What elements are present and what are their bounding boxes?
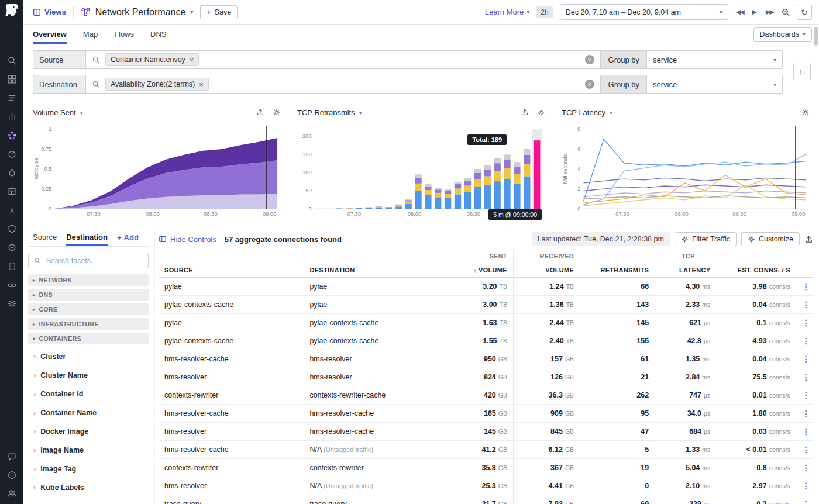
views-button[interactable]: Views [33,8,66,16]
filter-traffic-button[interactable]: Filter Traffic [675,232,737,246]
row-menu-kebab-icon[interactable]: ⋮ [796,495,813,504]
export-icon[interactable] [804,235,813,244]
apm-icon[interactable] [6,149,17,159]
facet-tab-destination[interactable]: Destination [66,229,108,246]
column-header-volume-sent[interactable]: ↓VOLUME [448,263,514,278]
skip-forward-button[interactable]: ▶▶ [765,7,775,17]
table-row[interactable]: pylae-contexts-cachepylae-contexts-cache… [159,332,813,350]
row-menu-kebab-icon[interactable]: ⋮ [796,441,813,459]
customize-button[interactable]: Customize [741,232,800,246]
tab-dns[interactable]: DNS [150,25,166,44]
metrics-icon[interactable] [6,111,17,122]
row-menu-kebab-icon[interactable]: ⋮ [796,405,813,423]
facet-item-cluster[interactable]: ›Cluster [28,347,149,366]
facet-group-network[interactable]: ▸NETWORK [28,274,149,286]
column-header-destination[interactable]: DESTINATION [304,263,448,278]
gear-icon[interactable] [273,108,281,116]
facet-item-container-id[interactable]: ›Container Id [28,385,149,403]
security-icon[interactable] [6,223,17,234]
row-menu-kebab-icon[interactable]: ⋮ [796,459,813,477]
facet-group-infrastructure[interactable]: ▸INFRASTRUCTURE [28,318,149,330]
column-header-volume-received[interactable]: VOLUME [513,263,580,278]
table-row[interactable]: trace-querytrace-query21.7GB7.92GB69229µ… [159,495,813,504]
notebooks-icon[interactable] [6,261,17,271]
facet-item-docker-image[interactable]: ›Docker Image [28,422,149,441]
column-header-retransmits[interactable]: RETRANSMITS [580,263,655,278]
row-menu-kebab-icon[interactable]: ⋮ [796,477,813,495]
facet-group-containers[interactable]: ▾CONTAINERS [28,333,149,344]
chart-title-dropdown[interactable]: TCP Retransmits ▾ [297,108,362,117]
row-menu-kebab-icon[interactable]: ⋮ [796,314,813,332]
time-range-dropdown[interactable]: Dec 20, 7:10 am – Dec 20, 9:04 am ▾ [560,4,728,20]
synthetics-icon[interactable] [6,242,17,253]
logs-icon[interactable] [6,92,17,103]
containers-icon[interactable] [6,186,17,196]
tcp-latency-chart[interactable]: 0246807:3008:0008:3009:00Milliseconds [562,122,810,225]
column-header-latency[interactable]: LATENCY [655,263,716,278]
page-scrollbar[interactable] [814,27,818,46]
facet-item-image-name[interactable]: ›Image Name [28,441,149,460]
table-row[interactable]: hms-resolver-cacheN/A (Untagged traffic)… [159,441,813,459]
row-menu-kebab-icon[interactable]: ⋮ [796,296,813,314]
table-row[interactable]: hms-resolverhms-resolver-cache145GB845GB… [159,423,813,441]
skip-back-button[interactable]: ◀◀ [735,7,745,17]
integrations-icon[interactable] [6,279,17,290]
chart-title-dropdown[interactable]: TCP Latency ▾ [562,108,612,117]
host-map-icon[interactable] [6,74,17,84]
tab-map[interactable]: Map [83,25,98,44]
gear-icon[interactable] [801,108,810,116]
row-menu-kebab-icon[interactable]: ⋮ [796,350,813,368]
gear-icon[interactable] [537,108,545,116]
table-row[interactable]: pylaepylae3.20TB1.24TB664.30ms3.98conns/… [159,278,813,296]
save-button[interactable]: + Save [200,5,238,19]
clear-destination-filter-icon[interactable]: × [585,80,594,89]
remove-pill-icon[interactable]: × [199,81,204,88]
source-search-box[interactable]: Container Name:envoy × × [85,50,601,69]
table-row[interactable]: hms-resolverhms-resolver824GB126GB212.84… [159,368,813,386]
source-filter-pill[interactable]: Container Name:envoy × [105,53,199,66]
table-row[interactable]: pylaepylae-contexts-cache1.63TB2.44TB145… [159,314,813,332]
facet-item-image-tag[interactable]: ›Image Tag [28,460,149,478]
facet-item-container-name[interactable]: ›Container Name [28,403,149,422]
page-title-dropdown[interactable]: Network Performance ▾ [81,7,194,18]
facet-item-cluster-name[interactable]: ›Cluster Name [28,366,149,385]
row-menu-kebab-icon[interactable]: ⋮ [796,278,813,296]
tab-flows[interactable]: Flows [114,25,134,44]
table-row[interactable]: hms-resolver-cachehms-resolver950GB157GB… [159,350,813,368]
refresh-button[interactable]: ↻ [797,5,812,20]
facet-search-box[interactable] [28,253,149,268]
facet-tab-source[interactable]: Source [33,229,57,246]
network-icon[interactable] [6,130,17,140]
source-groupby-select[interactable]: service ▾ [647,50,783,69]
hide-controls-button[interactable]: Hide Controls [159,235,216,244]
row-menu-kebab-icon[interactable]: ⋮ [796,332,813,350]
facet-group-dns[interactable]: ▸DNS [28,289,149,301]
facet-item-kube-labels[interactable]: ›Kube Labels [28,478,149,497]
row-menu-kebab-icon[interactable]: ⋮ [796,386,813,405]
tcp-retransmits-chart[interactable]: 05010015020007:3008:0008:30 Total: 189 5… [297,122,545,225]
chat-icon[interactable] [6,451,17,462]
serverless-icon[interactable]: λ [6,205,17,215]
profiling-icon[interactable] [6,167,17,178]
learn-more-dropdown[interactable]: Learn More ▾ [485,8,530,16]
destination-search-box[interactable]: Availability Zone:(2 terms) × × [85,75,601,94]
row-menu-kebab-icon[interactable]: ⋮ [796,423,813,441]
destination-filter-pill[interactable]: Availability Zone:(2 terms) × [105,78,209,91]
row-menu-kebab-icon[interactable]: ⋮ [796,368,813,386]
play-button[interactable]: ▶ [751,7,758,17]
table-row[interactable]: contexts-rewritercontexts-rewriter35.8GB… [159,459,813,477]
column-header-conns[interactable]: EST. CONNS. / S [716,263,796,278]
destination-groupby-select[interactable]: service ▾ [647,75,783,94]
export-icon[interactable] [256,108,264,116]
zoom-out-icon[interactable] [781,8,790,17]
dashboards-dropdown[interactable]: Dashboards ▾ [753,27,812,42]
export-icon[interactable] [521,108,529,116]
search-icon[interactable] [6,55,17,65]
time-preset-badge[interactable]: 2h [536,6,553,18]
facet-group-core[interactable]: ▸CORE [28,303,149,315]
table-row[interactable]: hms-resolverN/A (Untagged traffic)25.3GB… [159,477,813,495]
settings-icon[interactable] [6,298,17,309]
tab-overview[interactable]: Overview [33,25,67,44]
datadog-logo-icon[interactable] [4,3,20,20]
facet-search-input[interactable] [45,256,143,265]
